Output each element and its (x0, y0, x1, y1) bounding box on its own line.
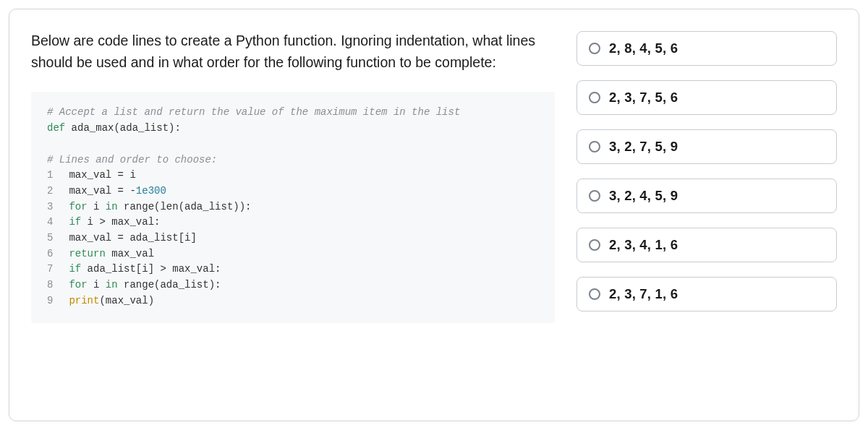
code-line-7: 7 if ada_list[i] > max_val: (47, 262, 539, 278)
option-5[interactable]: 2, 3, 4, 1, 6 (576, 228, 837, 262)
code-text: max_val = i (69, 169, 135, 181)
kw-if: if (69, 216, 81, 228)
blank-line (47, 137, 539, 152)
code-text: max_val (106, 248, 154, 259)
code-def-rest: ada_max(ada_list): (65, 122, 181, 134)
kw-if: if (69, 263, 81, 275)
question-card: Below are code lines to create a Python … (9, 9, 859, 421)
code-text: range(len(ada_list)): (118, 201, 252, 212)
code-num: 1e300 (136, 185, 166, 197)
line-num: 2 (47, 184, 63, 199)
option-label: 2, 3, 7, 5, 6 (609, 90, 678, 106)
code-line-1: 1 max_val = i (47, 168, 539, 184)
radio-icon (589, 92, 600, 103)
line-num: 3 (47, 199, 63, 215)
line-num: 9 (47, 293, 63, 309)
radio-icon (589, 239, 600, 251)
option-4[interactable]: 3, 2, 4, 5, 9 (576, 179, 837, 213)
code-text: i (88, 201, 106, 212)
line-num: 8 (47, 278, 63, 293)
line-num: 7 (47, 262, 63, 278)
code-comment-top: # Accept a list and return the value of … (47, 105, 539, 121)
option-label: 2, 8, 4, 5, 6 (609, 40, 678, 56)
line-num: 6 (47, 246, 63, 262)
radio-icon (589, 288, 600, 300)
option-6[interactable]: 2, 3, 7, 1, 6 (576, 277, 837, 311)
kw-def: def (47, 122, 65, 134)
code-comment-choose: # Lines and order to choose: (47, 152, 539, 168)
radio-icon (589, 190, 600, 202)
fn-print: print (69, 295, 99, 306)
code-text: i > max_val: (81, 216, 160, 228)
code-text: max_val = ada_list[i] (69, 232, 196, 244)
code-block: # Accept a list and return the value of … (31, 92, 555, 323)
radio-icon (589, 43, 600, 54)
code-line-2: 2 max_val = -1e300 (47, 184, 539, 199)
line-num: 4 (47, 215, 63, 231)
code-text: (max_val) (99, 295, 154, 306)
kw-in: in (106, 201, 118, 212)
option-3[interactable]: 3, 2, 7, 5, 9 (576, 129, 837, 164)
code-line-6: 6 return max_val (47, 246, 539, 262)
code-text: i (88, 279, 106, 291)
option-label: 3, 2, 4, 5, 9 (609, 188, 678, 204)
line-num: 1 (47, 168, 63, 184)
option-label: 2, 3, 4, 1, 6 (609, 237, 678, 253)
code-line-3: 3 for i in range(len(ada_list)): (47, 199, 539, 215)
answer-options: 2, 8, 4, 5, 6 2, 3, 7, 5, 6 3, 2, 7, 5, … (576, 30, 837, 400)
option-label: 3, 2, 7, 5, 9 (609, 139, 678, 155)
code-text: range(ada_list): (118, 279, 221, 291)
kw-for: for (69, 279, 87, 291)
question-text: Below are code lines to create a Python … (31, 30, 555, 73)
code-line-9: 9 print(max_val) (47, 293, 539, 309)
code-line-5: 5 max_val = ada_list[i] (47, 231, 539, 246)
kw-return: return (69, 248, 105, 259)
option-label: 2, 3, 7, 1, 6 (609, 286, 678, 302)
option-2[interactable]: 2, 3, 7, 5, 6 (576, 80, 837, 115)
question-left: Below are code lines to create a Python … (31, 30, 555, 400)
kw-in: in (106, 279, 118, 291)
line-num: 5 (47, 231, 63, 246)
code-text: max_val = - (69, 185, 135, 197)
option-1[interactable]: 2, 8, 4, 5, 6 (576, 31, 837, 66)
code-line-8: 8 for i in range(ada_list): (47, 278, 539, 293)
code-def: def ada_max(ada_list): (47, 121, 539, 137)
code-line-4: 4 if i > max_val: (47, 215, 539, 231)
kw-for: for (69, 201, 87, 212)
radio-icon (589, 141, 600, 152)
code-text: ada_list[i] > max_val: (81, 263, 221, 275)
